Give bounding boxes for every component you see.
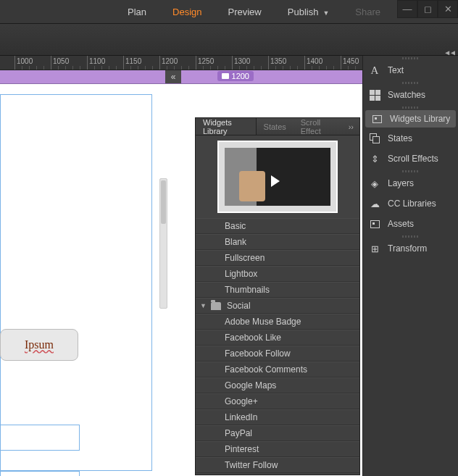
- window-controls: — ◻ ✕: [397, 0, 458, 18]
- widget-item[interactable]: Pinterest: [196, 441, 359, 457]
- text-element[interactable]: Ipsum: [0, 329, 78, 361]
- dock-transform[interactable]: ⊞Transform: [363, 238, 458, 259]
- tab-widgets-library[interactable]: Widgets Library: [196, 118, 257, 135]
- widget-item[interactable]: Blank: [196, 234, 359, 250]
- widget-item[interactable]: Twitter Follow: [196, 457, 359, 473]
- panel-expand-icon[interactable]: ››: [343, 122, 359, 131]
- widget-item[interactable]: Adobe Muse Badge: [196, 314, 359, 330]
- breakpoint-marker[interactable]: 1200: [217, 71, 254, 81]
- preview-thumbnail[interactable]: [217, 141, 338, 213]
- layers-icon: ◈: [369, 178, 380, 189]
- swatches-icon: [369, 89, 380, 101]
- menu-plan[interactable]: Plan: [114, 7, 159, 17]
- dock-scroll-effects[interactable]: ⇕Scroll Effects: [363, 149, 458, 169]
- menu-design[interactable]: Design: [159, 7, 215, 17]
- widget-item[interactable]: Google Maps: [196, 377, 359, 393]
- breakpoint-value: 1200: [232, 72, 249, 80]
- tab-states[interactable]: States: [257, 118, 293, 135]
- transform-icon: ⊞: [369, 243, 380, 254]
- widget-item[interactable]: Thumbnails: [196, 282, 359, 298]
- assets-icon: [369, 218, 380, 230]
- text-icon: A: [369, 64, 380, 76]
- menu-share: Share: [342, 7, 394, 17]
- element-box[interactable]: [0, 471, 80, 476]
- cc-libraries-icon: ☁: [369, 198, 380, 209]
- panel-tabs: Widgets Library States Scroll Effect ››: [196, 118, 359, 135]
- dock-assets[interactable]: Assets: [363, 214, 458, 234]
- minimize-button[interactable]: —: [397, 0, 417, 18]
- widget-item[interactable]: Basic: [196, 218, 359, 234]
- widget-preview: [196, 135, 359, 218]
- widget-item[interactable]: Lightbox: [196, 266, 359, 282]
- maximize-button[interactable]: ◻: [417, 0, 438, 18]
- widgets-icon: [371, 113, 383, 125]
- dock-swatches[interactable]: Swatches: [363, 85, 458, 105]
- top-menu: Plan Design Preview Publish▼ Share — ◻ ✕: [0, 0, 458, 24]
- scrollbar-thumb[interactable]: [161, 180, 166, 224]
- canvas-scrollbar[interactable]: [159, 178, 167, 309]
- menu-publish[interactable]: Publish▼: [275, 7, 343, 17]
- widget-item[interactable]: Facebook Like: [196, 330, 359, 346]
- states-icon: [369, 133, 380, 144]
- dock-text[interactable]: AText: [363, 60, 458, 80]
- widget-item[interactable]: PayPal: [196, 425, 359, 441]
- widget-item[interactable]: Google+: [196, 393, 359, 409]
- page-frame[interactable]: [0, 94, 152, 471]
- menu-preview[interactable]: Preview: [215, 7, 275, 17]
- dock-cc-libraries[interactable]: ☁CC Libraries: [363, 193, 458, 214]
- element-box[interactable]: [0, 425, 80, 451]
- widgets-library-panel: Widgets Library States Scroll Effect ›› …: [195, 117, 360, 475]
- tab-scroll-effect[interactable]: Scroll Effect: [293, 118, 343, 135]
- collapse-chevron-icon[interactable]: «: [165, 70, 181, 83]
- right-dock: ◄◄ AText Swatches Widgets Library States…: [362, 56, 458, 476]
- folder-icon: [211, 302, 221, 310]
- scroll-effects-icon: ⇕: [369, 153, 380, 164]
- close-button[interactable]: ✕: [438, 0, 458, 18]
- widget-folder[interactable]: ▼Social: [196, 298, 359, 314]
- breakpoint-icon: [222, 73, 229, 79]
- play-icon: [271, 175, 280, 187]
- widget-item[interactable]: Facebook Follow: [196, 346, 359, 362]
- text-content: Ipsum: [25, 338, 54, 351]
- tool-strip: [0, 24, 458, 56]
- dock-states[interactable]: States: [363, 128, 458, 149]
- dock-widgets-library[interactable]: Widgets Library: [365, 110, 456, 128]
- widgets-list[interactable]: BasicBlankFullscreenLightboxThumbnails▼S…: [196, 218, 359, 475]
- widget-item[interactable]: LinkedIn: [196, 409, 359, 425]
- disclosure-triangle-icon: ▼: [200, 302, 207, 309]
- dock-collapse-icon[interactable]: ◄◄: [444, 49, 455, 57]
- widget-item[interactable]: Fullscreen: [196, 250, 359, 266]
- widget-item[interactable]: Facebook Comments: [196, 362, 359, 377]
- dock-layers[interactable]: ◈Layers: [363, 173, 458, 193]
- chevron-down-icon: ▼: [322, 9, 329, 17]
